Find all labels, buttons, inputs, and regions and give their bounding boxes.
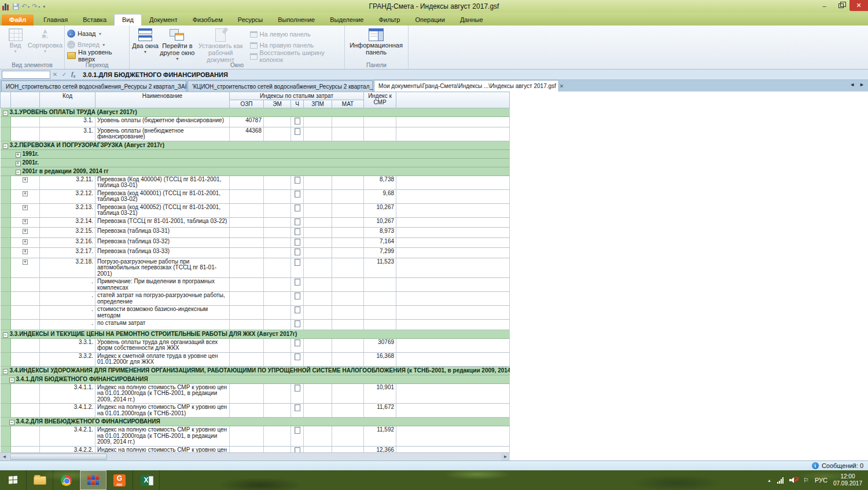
checkbox[interactable] bbox=[295, 292, 300, 299]
cancel-icon[interactable]: ✕ bbox=[50, 71, 60, 78]
checkbox[interactable] bbox=[295, 228, 300, 235]
ribbon-tab-операции[interactable]: Операции bbox=[407, 14, 452, 25]
collapse-icon[interactable]: − bbox=[3, 144, 8, 149]
checkbox[interactable] bbox=[295, 204, 300, 211]
checkbox[interactable] bbox=[295, 320, 300, 327]
checkbox[interactable] bbox=[295, 177, 300, 184]
checkbox[interactable] bbox=[295, 447, 300, 453]
collapse-icon[interactable]: − bbox=[3, 111, 8, 116]
scroll-left-icon[interactable]: ◄ bbox=[0, 453, 9, 460]
function-icon[interactable]: fx bbox=[69, 71, 78, 79]
expand-icon[interactable]: + bbox=[23, 259, 28, 265]
clock[interactable]: 12:00 07.09.2017 bbox=[833, 473, 862, 487]
collapse-icon[interactable]: − bbox=[16, 170, 21, 175]
ribbon-tab-выделение[interactable]: Выделение bbox=[322, 14, 371, 25]
ribbon-tab-фильтр[interactable]: Фильтр bbox=[371, 14, 407, 25]
redo-button[interactable]: ↷▾ bbox=[32, 2, 40, 11]
cell-reference-input[interactable] bbox=[2, 71, 50, 79]
window-controls: – ✕ bbox=[816, 0, 868, 11]
checkbox[interactable] bbox=[295, 239, 300, 246]
customize-qat-button[interactable]: ▾ bbox=[42, 2, 45, 11]
expand-icon[interactable]: + bbox=[23, 239, 28, 244]
scroll-right-icon[interactable]: ► bbox=[501, 453, 510, 460]
ribbon-tab-вставка[interactable]: Вставка bbox=[75, 14, 114, 25]
checkbox[interactable] bbox=[295, 353, 300, 360]
tab-scroll-right-icon[interactable]: ► bbox=[859, 82, 865, 87]
back-button[interactable]: ← Назад▼ bbox=[67, 28, 127, 39]
taskbar-chrome-button[interactable] bbox=[53, 470, 80, 490]
collapse-icon[interactable]: − bbox=[3, 332, 8, 338]
expand-icon[interactable]: + bbox=[23, 229, 28, 234]
confirm-icon[interactable]: ✓ bbox=[60, 71, 69, 78]
checkbox[interactable] bbox=[295, 385, 300, 392]
expand-icon[interactable]: + bbox=[16, 161, 21, 166]
expand-icon[interactable]: + bbox=[23, 191, 28, 196]
document-tab[interactable]: ИОН_строительство сетей водоснабжения_Ре… bbox=[1, 81, 186, 92]
ribbon-tab-выполнение[interactable]: Выполнение bbox=[270, 14, 322, 25]
ribbon-tab-ресурсы[interactable]: Ресурсы bbox=[230, 14, 270, 25]
ribbon-tab-документ[interactable]: Документ bbox=[142, 14, 185, 25]
volume-muted-icon[interactable] bbox=[789, 477, 797, 484]
two-windows-button[interactable]: Два окна▼ bbox=[132, 27, 159, 54]
scrollbar-thumb[interactable] bbox=[10, 454, 107, 460]
undo-button[interactable]: ↶▾ bbox=[21, 2, 30, 11]
table-row: +3.2.13.Перевозка (код 400052) (ТССЦ пг … bbox=[1, 203, 510, 217]
ribbon-tab-вид[interactable]: Вид bbox=[114, 14, 142, 25]
network-signal-icon[interactable] bbox=[777, 477, 784, 484]
section-title: 3.3.ИНДЕКСЫ И ТЕКУЩИЕ ЦЕНЫ НА РЕМОНТНО С… bbox=[10, 331, 297, 337]
collapse-icon[interactable]: − bbox=[9, 378, 14, 383]
document-tab[interactable]: Мои документы\Гранд-Смета\Индексы ...\Ин… bbox=[374, 80, 559, 92]
checkbox[interactable] bbox=[295, 218, 300, 225]
taskbar-excel-button[interactable]: X bbox=[133, 470, 160, 490]
go-other-window-button[interactable]: Перейти в другое окно▼ bbox=[159, 27, 196, 61]
expand-icon[interactable]: + bbox=[16, 152, 21, 158]
expand-icon[interactable]: + bbox=[23, 177, 28, 182]
expand-icon[interactable]: + bbox=[23, 249, 28, 254]
collapse-icon[interactable]: − bbox=[3, 369, 8, 374]
checkbox[interactable] bbox=[295, 259, 300, 266]
ribbon-tab-главная[interactable]: Главная bbox=[36, 14, 75, 25]
horizontal-scrollbar[interactable]: ◄ ► bbox=[0, 452, 510, 460]
minimize-button[interactable]: – bbox=[816, 0, 833, 11]
row-gutter bbox=[1, 175, 11, 189]
document-tab[interactable]: 'КЦИОН_строительство сетей водоснабжения… bbox=[187, 81, 373, 92]
restore-button[interactable] bbox=[833, 0, 849, 11]
close-button[interactable]: ✕ bbox=[849, 0, 868, 11]
checkbox[interactable] bbox=[295, 279, 300, 286]
checkbox[interactable] bbox=[295, 191, 300, 198]
expand-icon[interactable]: + bbox=[23, 219, 28, 224]
taskbar-grand-smeta-button[interactable] bbox=[80, 470, 106, 490]
tab-close-icon[interactable]: ✕ bbox=[560, 83, 564, 89]
language-indicator[interactable]: РУС bbox=[815, 477, 827, 484]
collapse-icon[interactable]: − bbox=[9, 420, 14, 425]
set-working-document-button[interactable]: Установить как рабочий документ bbox=[196, 27, 245, 63]
save-button[interactable] bbox=[13, 2, 19, 11]
ribbon-tab-физобъем[interactable]: Физобъем bbox=[185, 14, 230, 25]
checkbox[interactable] bbox=[295, 404, 300, 411]
sort-button[interactable]: АЯ↓ Сортировка▼ bbox=[28, 27, 62, 53]
info-panel-button[interactable]: Информационная панель bbox=[347, 27, 405, 56]
checkbox[interactable] bbox=[295, 339, 300, 346]
checkbox[interactable] bbox=[295, 427, 300, 434]
tab-scroll-left-icon[interactable]: ◄ bbox=[849, 82, 855, 87]
checkbox[interactable] bbox=[295, 248, 300, 255]
checkbox[interactable] bbox=[295, 306, 300, 313]
ribbon-group-window: Два окна▼ Перейти в другое окно▼ Установ… bbox=[130, 25, 345, 69]
table-row: 3.4.2.1.Индекс на полную стоимость СМР к… bbox=[1, 426, 510, 447]
ribbon-tab-файл[interactable]: Файл bbox=[2, 14, 34, 25]
up-level-button[interactable]: На уровень вверх bbox=[67, 50, 127, 61]
restore-column-width-button[interactable]: Восстановить ширину колонок bbox=[250, 51, 342, 61]
to-left-panel-button[interactable]: На левую панель bbox=[250, 29, 342, 39]
checkbox[interactable] bbox=[295, 128, 300, 135]
taskbar-foxit-button[interactable]: GPDF bbox=[106, 470, 133, 490]
ribbon-tab-данные[interactable]: Данные bbox=[453, 14, 491, 25]
hidden-icons-icon[interactable]: ▲ bbox=[767, 478, 771, 482]
em-cell bbox=[264, 248, 291, 258]
expand-icon[interactable]: + bbox=[23, 205, 28, 210]
zpm-cell bbox=[304, 426, 332, 447]
taskbar-explorer-button[interactable] bbox=[27, 470, 53, 490]
start-button[interactable] bbox=[0, 470, 27, 490]
action-center-flag-icon[interactable]: ⚐ bbox=[803, 477, 809, 484]
checkbox[interactable] bbox=[295, 118, 300, 125]
view-button[interactable]: Вид▼ bbox=[2, 27, 28, 53]
